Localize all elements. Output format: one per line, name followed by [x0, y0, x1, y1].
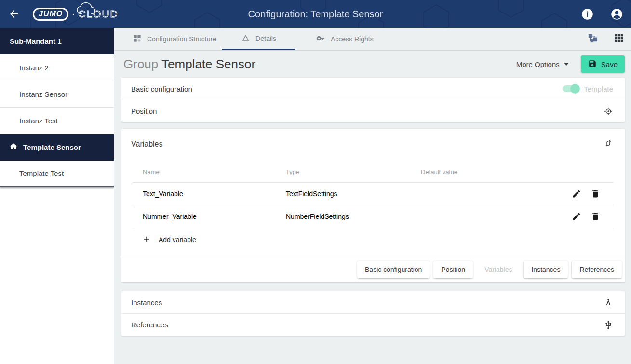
variables-card: Variables Name Type Default value Text_V…: [121, 129, 625, 282]
variable-type: TextFieldSettings: [286, 190, 421, 198]
plus-icon: [142, 235, 151, 245]
position-row[interactable]: Position: [121, 100, 625, 122]
sidebar-item-template-test[interactable]: Template Test: [0, 161, 114, 187]
general-card: Basic configuration Template Position: [121, 78, 625, 122]
instances-label: Instances: [131, 298, 162, 307]
section-nav-buttons: Basic configuration Position Variables I…: [121, 257, 625, 282]
triangle-icon: [241, 33, 250, 44]
back-arrow-icon[interactable]: [8, 8, 20, 20]
tab-configuration-structure[interactable]: Configuration Structure: [133, 28, 216, 50]
column-header-default-value: Default value: [421, 168, 600, 175]
basic-configuration-nav-button[interactable]: Basic configuration: [357, 261, 430, 278]
cloud-outline-icon: [75, 1, 113, 16]
variable-name: Text_Variable: [143, 190, 286, 198]
tab-access-rights[interactable]: Access Rights: [316, 28, 374, 50]
column-header-name: Name: [143, 168, 286, 175]
sidebar-item-instanz-2[interactable]: Instanz 2: [0, 54, 114, 81]
references-label: References: [131, 321, 168, 329]
variables-header: Variables: [121, 129, 625, 160]
add-variable-button[interactable]: Add variable: [121, 228, 625, 251]
delete-icon[interactable]: [591, 212, 600, 221]
tab-label: Access Rights: [331, 35, 374, 43]
more-options-button[interactable]: More Options: [516, 60, 569, 68]
page-title-name: Template Sensor: [161, 57, 255, 71]
variables-label: Variables: [131, 140, 163, 148]
sidebar-item-sub-mandant[interactable]: Sub-Mandant 1: [0, 28, 114, 54]
add-variable-label: Add variable: [159, 236, 196, 243]
sidebar-item-label: Sub-Mandant 1: [10, 37, 62, 45]
sidebar-item-label: Instanz Sensor: [19, 90, 67, 98]
logo-separator: ·: [72, 9, 75, 19]
position-label: Position: [131, 107, 157, 115]
save-floppy-icon: [588, 59, 597, 69]
usb-icon[interactable]: [604, 320, 613, 330]
chevron-down-icon: [564, 63, 569, 66]
sidebar-item-label: Instanz Test: [19, 117, 58, 125]
table-row[interactable]: Text_Variable TextFieldSettings: [133, 183, 614, 205]
page-title-row: Group Template Sensor More Options Save: [114, 51, 631, 78]
basic-configuration-row[interactable]: Basic configuration Template: [121, 78, 625, 100]
delete-icon[interactable]: [591, 189, 600, 199]
tab-bar: Configuration Structure Details Access R…: [114, 28, 631, 51]
basic-configuration-label: Basic configuration: [131, 85, 192, 93]
template-toggle[interactable]: [563, 85, 579, 92]
instances-row[interactable]: Instances: [121, 291, 625, 313]
variable-name: Nummer_Variable: [143, 213, 286, 220]
dashboard-customize-icon: [133, 34, 142, 44]
sidebar-item-label: Template Test: [19, 169, 64, 177]
variables-nav-button: Variables: [477, 261, 520, 278]
variable-type: NumberFieldSettings: [286, 213, 421, 220]
references-nav-button[interactable]: References: [572, 261, 622, 278]
instances-branch-icon[interactable]: [604, 297, 613, 307]
sidebar: Sub-Mandant 1 Instanz 2 Instanz Sensor I…: [0, 28, 114, 364]
account-icon[interactable]: [610, 8, 623, 21]
info-icon[interactable]: [581, 8, 594, 21]
relations-card: Instances References: [121, 291, 625, 336]
instances-nav-button[interactable]: Instances: [524, 261, 568, 278]
save-label: Save: [601, 60, 618, 68]
tab-label: Configuration Structure: [147, 35, 216, 43]
tab-label: Details: [255, 35, 276, 42]
my-location-icon[interactable]: [604, 107, 613, 116]
tree-view-icon[interactable]: [587, 33, 598, 46]
template-toggle-label: Template: [584, 85, 613, 93]
position-nav-button[interactable]: Position: [433, 261, 473, 278]
home-icon: [9, 142, 18, 153]
sidebar-item-template-sensor[interactable]: Template Sensor: [0, 134, 114, 161]
page-title-prefix: Group: [123, 57, 158, 71]
page-header-title: Configuration: Template Sensor: [248, 9, 383, 20]
save-button[interactable]: Save: [581, 55, 625, 73]
cloud-wordmark: CLOUD: [78, 8, 119, 20]
edit-icon[interactable]: [572, 189, 581, 199]
app-header: JUMO · CLOUD Configuration: Template Sen…: [0, 0, 631, 28]
variables-table-header: Name Type Default value: [133, 162, 614, 183]
more-options-label: More Options: [516, 60, 560, 68]
jumo-cloud-logo: JUMO · CLOUD: [33, 8, 119, 21]
column-header-type: Type: [286, 168, 421, 175]
key-icon: [316, 34, 325, 44]
table-row[interactable]: Nummer_Variable NumberFieldSettings: [133, 205, 614, 228]
sidebar-item-label: Template Sensor: [23, 143, 81, 151]
swap-vertical-icon[interactable]: [604, 138, 613, 150]
main-content: Configuration Structure Details Access R…: [114, 28, 631, 364]
sidebar-item-label: Instanz 2: [19, 64, 49, 72]
edit-icon[interactable]: [572, 212, 581, 221]
variables-table: Name Type Default value Text_Variable Te…: [121, 160, 625, 251]
template-toggle-knob: [570, 84, 580, 94]
sidebar-item-instanz-sensor[interactable]: Instanz Sensor: [0, 81, 114, 108]
apps-grid-icon[interactable]: [614, 33, 624, 45]
references-row[interactable]: References: [121, 313, 625, 336]
sidebar-item-instanz-test[interactable]: Instanz Test: [0, 108, 114, 134]
jumo-logo-badge: JUMO: [33, 8, 68, 21]
page-title: Group Template Sensor: [123, 57, 255, 72]
tab-details[interactable]: Details: [222, 28, 295, 50]
